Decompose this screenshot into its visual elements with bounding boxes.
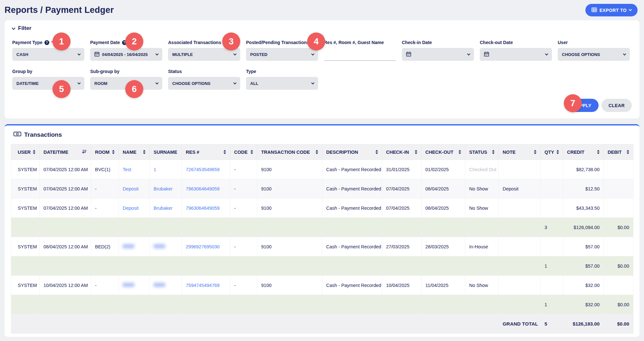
sub-group-by-select[interactable]: ROOM [90,77,162,90]
cell-debit: $0.00 [604,314,633,334]
name-link[interactable]: Deposit [123,186,138,191]
cell-txcode: 9100 [257,160,322,179]
group-by-value: DATE/TIME [16,81,39,86]
column-header-user[interactable]: USER [11,144,40,160]
redacted-name [123,283,134,287]
filter-actions: APPLY CLEAR [12,99,632,112]
surname-link[interactable]: Brubaker [154,186,173,191]
cell-note [499,160,541,179]
cell-txcode [257,256,322,276]
column-header-note[interactable]: NOTE [499,144,541,160]
column-header-datetime[interactable]: DATE/TIME [40,144,91,160]
column-header-res[interactable]: RES # [182,144,230,160]
subtotal-row: 3$126,094.00$0.00 [11,218,633,237]
column-header-qty[interactable]: QTY [541,144,563,160]
cell-surname: Brubaker [150,198,182,218]
sub-group-by-label: Sub-group by [90,69,162,74]
table-row: SYSTEM07/04/2025 12:00 AM-DepositBrubake… [11,179,633,198]
surname-link[interactable]: 1 [154,167,156,172]
calendar-icon [406,51,411,58]
res-link[interactable]: 2996927695030 [186,244,220,249]
res-room-guest-input[interactable] [324,48,396,61]
payment-type-select[interactable]: CASH [12,48,84,61]
cell-user [11,314,40,334]
cell-qty [541,276,563,295]
cell-res [182,256,230,276]
column-header-room[interactable]: ROOM [91,144,119,160]
column-header-code[interactable]: CODE [230,144,257,160]
filter-field-check-out-date: Check-out Date [480,40,552,61]
sort-icon [143,150,146,154]
cell-user: SYSTEM [11,198,40,218]
sort-icon [375,150,378,154]
subtotal-row: 1$32.00$0.00 [11,295,633,314]
export-to-button[interactable]: EXPORT TO [585,4,638,16]
cell-surname: 1 [150,160,182,179]
name-link[interactable]: Test [123,167,131,172]
filter-field-type: TypeALL [246,69,318,90]
res-link[interactable]: 7267453549659 [186,167,220,172]
column-header-status[interactable]: STATUS [465,144,499,160]
type-select[interactable]: ALL [246,77,318,90]
cell-checkin: 27/03/2025 [382,237,421,256]
cell-note [499,276,541,295]
cell-debit: $0.00 [604,256,633,276]
posted-pending-transactions-select[interactable]: POSTED [246,48,318,61]
filter-field-payment-date: Payment Date?04/04/2025 - 16/04/2025 [90,40,162,61]
res-link[interactable]: 7963064649059 [186,206,220,211]
name-link[interactable]: Deposit [123,206,138,211]
apply-button[interactable]: APPLY [569,99,598,112]
cell-credit: $57.00 [563,256,604,276]
chevron-down-icon [156,81,159,85]
cell-txcode [257,218,322,237]
filter-collapse-toggle[interactable]: Filter [12,25,32,32]
check-out-date-select[interactable] [480,48,552,61]
column-header-txcode[interactable]: TRANSACTION CODE [257,144,322,160]
payment-date-select[interactable]: 04/04/2025 - 16/04/2025 [90,48,162,61]
cell-surname: Brubaker [150,179,182,198]
cell-checkin [382,218,421,237]
cell-note [499,218,541,237]
cell-datetime: 08/04/2025 12:00 AM [40,237,91,256]
cell-code [230,218,257,237]
page-title: Reports / Payment Ledger [5,5,114,15]
column-header-description[interactable]: DESCRIPTION [322,144,382,160]
column-header-checkout[interactable]: CHECK-OUT [421,144,465,160]
cell-code [230,256,257,276]
cell-debit [604,179,633,198]
column-header-credit[interactable]: CREDIT [563,144,604,160]
cell-checkout [421,256,465,276]
cell-debit: $0.00 [604,218,633,237]
chevron-down-icon [311,81,315,85]
associated-transactions-select[interactable]: MULTIPLE [168,48,240,61]
cell-user [11,295,40,314]
sort-icon [316,150,318,154]
cell-code: - [230,198,257,218]
cell-description [322,295,382,314]
table-grid-icon [592,7,597,13]
cell-name [119,237,150,256]
status-value: CHOOSE OPTIONS [172,81,210,86]
group-by-label: Group by [12,69,84,74]
user-select[interactable]: CHOOSE OPTIONS [558,48,630,61]
cell-datetime: 10/04/2025 12:00 AM [40,276,91,295]
check-in-date-select[interactable] [402,48,474,61]
cell-code [230,314,257,334]
sort-icon [534,150,536,154]
help-icon[interactable]: ? [44,40,49,45]
column-header-surname[interactable]: SURNAME [150,144,182,160]
transactions-title: Transactions [24,131,62,138]
sort-icon [556,150,559,154]
column-header-debit[interactable]: DEBIT [604,144,633,160]
group-by-select[interactable]: DATE/TIME [12,77,84,90]
column-header-name[interactable]: NAME [119,144,150,160]
column-header-checkin[interactable]: CHECK-IN [382,144,421,160]
surname-link[interactable]: Brubaker [154,206,173,211]
cell-description [322,314,382,334]
res-link[interactable]: 7594745494769 [186,283,220,288]
help-icon[interactable]: ? [122,40,127,45]
clear-button[interactable]: CLEAR [601,99,632,112]
cell-checkout: 08/04/2025 [421,179,465,198]
res-link[interactable]: 7963064649059 [186,186,220,191]
status-select[interactable]: CHOOSE OPTIONS [168,77,240,90]
